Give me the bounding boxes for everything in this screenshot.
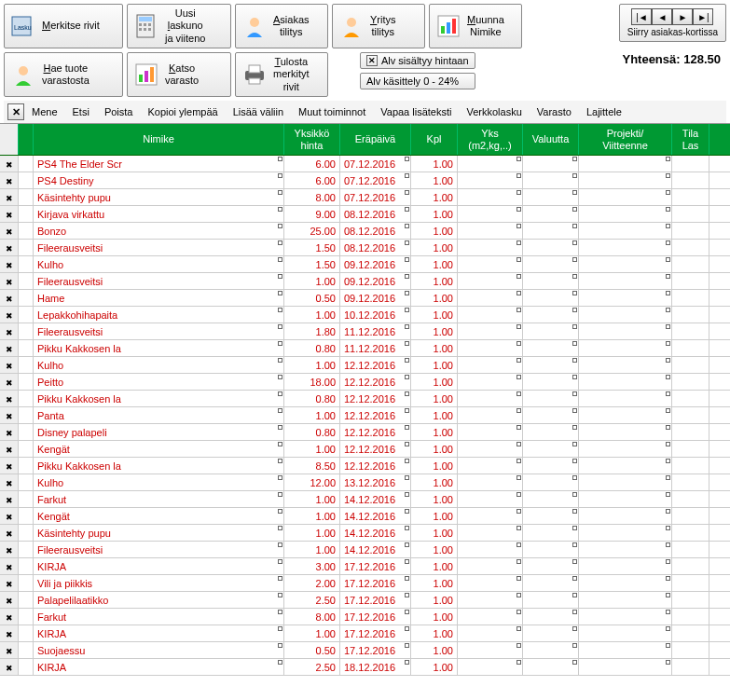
row-delete-button[interactable]: [0, 542, 19, 557]
close-button[interactable]: ✕: [7, 103, 24, 120]
cell-tila[interactable]: [672, 290, 709, 306]
cell-date[interactable]: 11.12.2016: [340, 340, 411, 356]
cell-date[interactable]: 14.12.2016: [340, 525, 411, 541]
cell-tila[interactable]: [672, 206, 709, 222]
cell-date[interactable]: 11.12.2016: [340, 323, 411, 339]
cell-valuutta[interactable]: [523, 223, 579, 239]
cell-date[interactable]: 08.12.2016: [340, 206, 411, 222]
table-row[interactable]: Pikku Kakkosen la0.8011.12.20161.00: [0, 340, 730, 357]
uusi-laskuno-button[interactable]: Uusilaskunoja viiteno: [127, 4, 231, 48]
cell-price[interactable]: 0.50: [284, 290, 340, 306]
cell-price[interactable]: 1.50: [284, 256, 340, 272]
cell-date[interactable]: 14.12.2016: [340, 508, 411, 524]
cell-price[interactable]: 6.00: [284, 172, 340, 188]
cell-yks[interactable]: [458, 525, 523, 541]
cell-yks[interactable]: [458, 323, 523, 339]
cell-name[interactable]: Vili ja piikkis: [34, 575, 284, 591]
cell-name[interactable]: Pikku Kakkosen la: [34, 340, 284, 356]
table-row[interactable]: Kirjava virkattu9.0008.12.20161.00: [0, 206, 730, 223]
header-date[interactable]: Eräpäivä: [340, 124, 411, 155]
row-delete-button[interactable]: [0, 357, 19, 373]
cell-projekti[interactable]: [579, 491, 672, 507]
cell-valuutta[interactable]: [523, 575, 579, 591]
cell-price[interactable]: 1.00: [284, 542, 340, 557]
cell-tila[interactable]: [672, 357, 709, 373]
row-delete-button[interactable]: [0, 323, 19, 339]
row-delete-button[interactable]: [0, 391, 19, 406]
table-row[interactable]: PS4 Destiny6.0007.12.20161.00: [0, 172, 730, 189]
cell-name[interactable]: Fileerausveitsi: [34, 323, 284, 339]
row-delete-button[interactable]: [0, 223, 19, 239]
cell-kpl[interactable]: 1.00: [411, 206, 458, 222]
cell-date[interactable]: 08.12.2016: [340, 240, 411, 255]
cell-price[interactable]: 8.00: [284, 189, 340, 205]
cell-price[interactable]: 1.00: [284, 407, 340, 423]
cell-price[interactable]: 18.00: [284, 374, 340, 390]
cell-tila[interactable]: [672, 172, 709, 188]
cell-price[interactable]: 2.00: [284, 575, 340, 591]
cell-kpl[interactable]: 1.00: [411, 374, 458, 390]
cell-date[interactable]: 12.12.2016: [340, 407, 411, 423]
cell-valuutta[interactable]: [523, 256, 579, 272]
nav-next-button[interactable]: ►: [672, 8, 693, 25]
row-delete-button[interactable]: [0, 256, 19, 272]
menu-lajittele[interactable]: Lajittele: [579, 104, 629, 119]
cell-price[interactable]: 0.80: [284, 424, 340, 440]
cell-price[interactable]: 0.80: [284, 391, 340, 406]
cell-date[interactable]: 07.12.2016: [340, 172, 411, 188]
cell-projekti[interactable]: [579, 575, 672, 591]
cell-valuutta[interactable]: [523, 525, 579, 541]
cell-name[interactable]: PS4 Destiny: [34, 172, 284, 188]
cell-valuutta[interactable]: [523, 374, 579, 390]
cell-projekti[interactable]: [579, 189, 672, 205]
cell-valuutta[interactable]: [523, 240, 579, 255]
menu-lisää-väliin[interactable]: Lisää väliin: [226, 104, 291, 119]
cell-yks[interactable]: [458, 609, 523, 625]
table-row[interactable]: KIRJA2.5018.12.20161.00: [0, 659, 730, 676]
table-row[interactable]: Lepakkohihapaita1.0010.12.20161.00: [0, 307, 730, 323]
table-row[interactable]: Suojaessu0.5017.12.20161.00: [0, 642, 730, 659]
cell-date[interactable]: 14.12.2016: [340, 542, 411, 557]
cell-tila[interactable]: [672, 491, 709, 507]
cell-kpl[interactable]: 1.00: [411, 592, 458, 608]
cell-name[interactable]: Kulho: [34, 474, 284, 490]
cell-yks[interactable]: [458, 508, 523, 524]
cell-tila[interactable]: [672, 223, 709, 239]
cell-name[interactable]: Pikku Kakkosen la: [34, 458, 284, 474]
cell-yks[interactable]: [458, 156, 523, 172]
katso-varasto-button[interactable]: Katsovarasto: [127, 52, 231, 97]
cell-kpl[interactable]: 1.00: [411, 273, 458, 289]
cell-date[interactable]: 07.12.2016: [340, 189, 411, 205]
cell-yks[interactable]: [458, 642, 523, 658]
row-delete-button[interactable]: [0, 508, 19, 524]
cell-kpl[interactable]: 1.00: [411, 575, 458, 591]
cell-kpl[interactable]: 1.00: [411, 491, 458, 507]
cell-tila[interactable]: [672, 240, 709, 255]
cell-valuutta[interactable]: [523, 474, 579, 490]
cell-name[interactable]: Lepakkohihapaita: [34, 307, 284, 323]
cell-tila[interactable]: [672, 542, 709, 557]
cell-tila[interactable]: [672, 659, 709, 675]
table-row[interactable]: Farkut1.0014.12.20161.00: [0, 491, 730, 508]
table-row[interactable]: KIRJA1.0017.12.20161.00: [0, 625, 730, 642]
cell-name[interactable]: Palapelilaatikko: [34, 592, 284, 608]
cell-projekti[interactable]: [579, 323, 672, 339]
cell-yks[interactable]: [458, 374, 523, 390]
cell-valuutta[interactable]: [523, 508, 579, 524]
cell-yks[interactable]: [458, 592, 523, 608]
menu-muut-toiminnot[interactable]: Muut toiminnot: [291, 104, 373, 119]
table-row[interactable]: Fileerausveitsi1.5008.12.20161.00: [0, 240, 730, 256]
cell-price[interactable]: 1.00: [284, 525, 340, 541]
cell-date[interactable]: 12.12.2016: [340, 391, 411, 406]
cell-valuutta[interactable]: [523, 625, 579, 641]
cell-price[interactable]: 2.50: [284, 659, 340, 675]
cell-price[interactable]: 1.00: [284, 357, 340, 373]
nav-prev-button[interactable]: ◄: [652, 8, 672, 25]
cell-valuutta[interactable]: [523, 558, 579, 574]
cell-name[interactable]: Käsintehty pupu: [34, 189, 284, 205]
cell-tila[interactable]: [672, 441, 709, 457]
cell-price[interactable]: 1.00: [284, 625, 340, 641]
cell-yks[interactable]: [458, 441, 523, 457]
cell-valuutta[interactable]: [523, 659, 579, 675]
row-delete-button[interactable]: [0, 340, 19, 356]
